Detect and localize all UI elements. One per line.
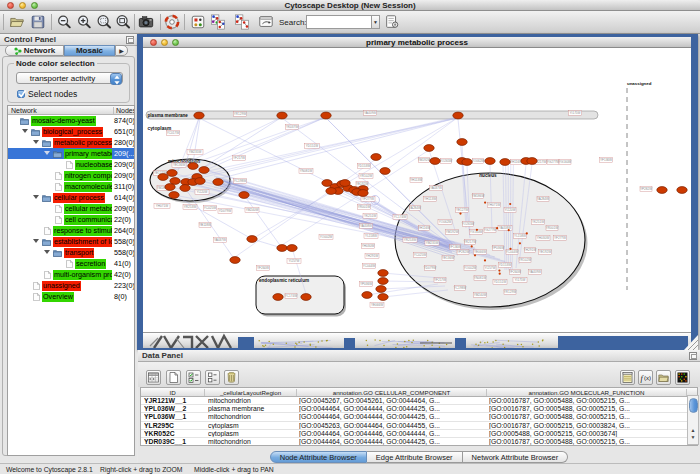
network-node[interactable] (273, 294, 283, 301)
expand-arrow-icon[interactable] (44, 250, 50, 254)
small-node[interactable] (499, 273, 501, 275)
search-config-icon[interactable] (384, 14, 400, 30)
new-network-selected-nodes-icon[interactable] (234, 14, 250, 30)
network-node[interactable] (340, 180, 350, 187)
table-row[interactable]: YKR052Ccytoplasm[GO:0044464, GO:0044446,… (141, 430, 697, 438)
network-node[interactable] (358, 190, 368, 197)
network-node[interactable] (430, 158, 440, 165)
network-node[interactable] (424, 145, 434, 152)
tree-row[interactable]: biological_process651(0) (8, 126, 134, 137)
network-node[interactable] (158, 174, 168, 181)
small-node[interactable] (508, 229, 510, 231)
network-node[interactable] (180, 185, 190, 192)
small-node[interactable] (474, 254, 476, 256)
tab-mosaic[interactable]: Mosaic (64, 45, 115, 56)
table-cell[interactable]: [GO:0016787, GO:0005488, GO:0005215, G..… (489, 397, 685, 404)
new-network-selected-nodes-edges-icon[interactable] (210, 14, 226, 30)
network-node[interactable] (213, 179, 223, 186)
table-column-header[interactable]: _cellularLayoutRegion (205, 389, 297, 396)
table-cell[interactable]: [GO:0045267, GO:0045261, GO:0044464, G..… (299, 397, 485, 404)
tree-row[interactable]: response to stimulus264(0) (8, 225, 134, 236)
network-node[interactable] (362, 292, 372, 299)
network-node[interactable] (457, 139, 467, 146)
zoom-selected-icon[interactable] (96, 14, 112, 30)
unselect-attributes-icon[interactable] (205, 370, 220, 385)
network-node[interactable] (165, 184, 175, 191)
matrix-viewer-icon[interactable] (675, 370, 690, 385)
small-node[interactable] (526, 232, 528, 234)
small-node[interactable] (496, 227, 498, 229)
float-panel-icon[interactable] (126, 36, 134, 44)
network-node[interactable] (527, 158, 537, 165)
tree-column-nodes[interactable]: Nodes (113, 107, 135, 114)
network-node[interactable] (453, 112, 463, 119)
tree-row[interactable]: transport558(0) (8, 247, 134, 258)
search-dropdown-button[interactable]: ▼ (371, 15, 380, 29)
tree-column-network[interactable]: Network (11, 107, 37, 114)
tree-row[interactable]: multi-organism process42(0) (8, 269, 134, 280)
table-cell[interactable]: YDR039C__1 (144, 438, 204, 445)
table-row[interactable]: YDR039C__1mitochondrion[GO:0044464, GO:0… (141, 438, 697, 446)
snapshot-icon[interactable] (138, 14, 154, 30)
network-node[interactable] (657, 187, 667, 194)
tree-row[interactable]: establishment of localization558(0) (8, 236, 134, 247)
function-builder-icon[interactable]: f(x) (638, 370, 653, 385)
float-panel-icon[interactable] (689, 352, 697, 360)
table-cell[interactable]: mitochondrion (208, 438, 296, 445)
table-cell[interactable]: plasma membrane (208, 405, 296, 412)
table-row[interactable]: YJR121W__1mitochondrion[GO:0045267, GO:0… (141, 397, 697, 405)
network-node[interactable] (326, 188, 336, 195)
graphics-details-icon[interactable] (258, 14, 274, 30)
network-node[interactable] (500, 159, 510, 166)
table-cell[interactable]: [GO:0044464, GO:0044444, GO:0044425, G..… (299, 438, 485, 445)
tree-row[interactable]: cell communication22(0) (8, 214, 134, 225)
expand-arrow-icon[interactable] (33, 140, 39, 144)
network-node[interactable] (277, 245, 287, 252)
tab-overflow-button[interactable]: ▶ (115, 45, 128, 56)
zoom-out-icon[interactable] (56, 14, 72, 30)
network-graph[interactable]: plasma membranecytoplasmmitochondrionnuc… (143, 48, 691, 332)
new-attribute-icon[interactable] (166, 370, 181, 385)
small-node[interactable] (509, 248, 511, 250)
network-node[interactable] (188, 163, 198, 170)
tree-row[interactable]: metabolic process280(0) (8, 137, 134, 148)
scrollbar-arrows[interactable]: ▲▼ (688, 427, 698, 443)
network-node[interactable] (277, 112, 287, 119)
tree-row[interactable]: cellular process614(0) (8, 192, 134, 203)
small-node[interactable] (498, 270, 500, 272)
table-cell[interactable]: cytoplasm (208, 430, 296, 437)
table-cell[interactable]: [GO:0016787, GO:0005488, GO:0005215, G..… (489, 413, 685, 420)
expand-arrow-icon[interactable] (44, 151, 50, 155)
tree-row[interactable]: nucleobase-containing compound metabolic… (8, 159, 134, 170)
tab-edge-attribute-browser[interactable]: Edge Attribute Browser (367, 451, 463, 463)
small-node[interactable] (484, 259, 486, 261)
table-cell[interactable]: [GO:0005488, GO:0005215, GO:0003674] (489, 430, 685, 437)
table-row[interactable]: YPL036W__2plasma membrane[GO:0044464, GO… (141, 405, 697, 413)
network-node[interactable] (462, 159, 472, 166)
zoom-in-icon[interactable] (76, 14, 92, 30)
network-node[interactable] (167, 170, 177, 177)
table-cell[interactable]: YKR052C (144, 430, 204, 437)
small-node[interactable] (459, 213, 461, 215)
select-attributes-icon[interactable] (186, 370, 201, 385)
table-cell[interactable]: [GO:0045263, GO:0044464, GO:0044455, G..… (299, 422, 485, 429)
network-node[interactable] (195, 178, 205, 185)
small-node[interactable] (471, 245, 473, 247)
delete-attribute-icon[interactable] (224, 370, 239, 385)
table-row[interactable]: YPL036W__1mitochondrion[GO:0044464, GO:0… (141, 413, 697, 421)
table-column-header[interactable]: annotation.GO CELLULAR_COMPONENT (297, 389, 487, 396)
search-input[interactable] (306, 15, 371, 29)
network-node[interactable] (485, 158, 495, 165)
network-node[interactable] (378, 270, 388, 277)
tree-row[interactable]: secretion41(0) (8, 258, 134, 269)
table-cell[interactable]: YLR295C (144, 422, 204, 429)
table-cell[interactable]: [GO:0044464, GO:0044444, GO:0044425, G..… (299, 405, 485, 412)
table-vertical-scrollbar[interactable]: ▲▼ (687, 395, 699, 445)
table-cell[interactable]: [GO:0016787, GO:0005488, GO:0005215, G..… (489, 438, 685, 445)
network-node[interactable] (287, 245, 297, 252)
table-cell[interactable]: mitochondrion (208, 397, 296, 404)
small-node[interactable] (476, 229, 478, 231)
network-node[interactable] (199, 167, 209, 174)
tree-row[interactable]: mosaic-demo-yeast874(0) (8, 115, 134, 126)
table-cell[interactable]: [GO:0044464, GO:0044444, GO:0044425, G..… (299, 413, 485, 420)
